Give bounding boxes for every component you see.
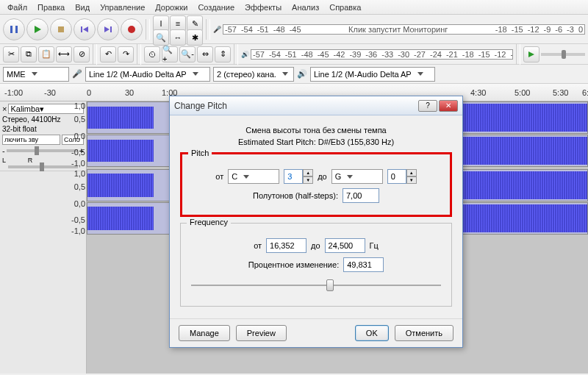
menu-help[interactable]: Справка	[325, 1, 365, 13]
zoom-out-button[interactable]: 🔍-	[179, 46, 196, 63]
menu-analyze[interactable]: Анализ	[287, 1, 323, 13]
menu-file[interactable]: Файл	[3, 1, 32, 13]
menu-tracks[interactable]: Дорожки	[151, 1, 192, 13]
to-octave-input[interactable]	[387, 169, 406, 184]
spin-up-icon[interactable]: ▲	[303, 169, 313, 176]
to-label: до	[318, 172, 327, 181]
menu-view[interactable]: Вид	[71, 1, 94, 13]
svg-rect-1	[15, 26, 18, 33]
play-at-speed-button[interactable]	[523, 46, 539, 63]
device-toolbar: MME 🎤 Line 1/2 (M-Audio Delta AP 2 (стер…	[0, 65, 588, 84]
record-button[interactable]	[121, 18, 143, 40]
pitch-group-title: Pitch	[188, 149, 212, 157]
menu-effects[interactable]: Эффекты	[240, 1, 286, 13]
pitch-group: Pitch от C ▲▼ до G ▲▼ Полутонов (half-st…	[180, 152, 452, 217]
fit-selection-button[interactable]: ⇔	[197, 46, 213, 63]
freq-from-input[interactable]	[266, 238, 306, 253]
stop-button[interactable]	[50, 18, 72, 40]
cut-button[interactable]: ✂	[3, 46, 19, 63]
halfsteps-input[interactable]	[343, 188, 379, 203]
svg-marker-6	[104, 26, 110, 32]
speaker-icon: 🔊	[297, 69, 307, 79]
sync-lock-button[interactable]: ⏲	[144, 46, 160, 63]
gain-slider[interactable]	[7, 149, 78, 152]
pan-slider[interactable]	[8, 165, 78, 168]
hz-label: Гц	[370, 241, 379, 250]
speaker-icon: 🔊	[241, 51, 249, 58]
from-note-combo[interactable]: C	[228, 169, 279, 184]
trim-button[interactable]: ⟷	[56, 46, 72, 63]
svg-rect-4	[81, 26, 82, 32]
menu-generate[interactable]: Создание	[193, 1, 239, 13]
spin-up-icon[interactable]: ▲	[406, 169, 417, 176]
silence-button[interactable]: ⊘	[74, 46, 90, 63]
freq-from-label: от	[254, 241, 262, 250]
dialog-titlebar[interactable]: Change Pitch ? ✕	[170, 96, 462, 115]
svg-rect-3	[58, 26, 64, 32]
svg-marker-5	[83, 26, 88, 32]
mute-button[interactable]: лючить зву	[2, 135, 60, 145]
undo-button[interactable]: ↶	[100, 46, 116, 63]
host-combo[interactable]: MME	[3, 67, 69, 82]
to-note-combo[interactable]: G	[331, 169, 383, 184]
skip-start-button[interactable]	[74, 18, 96, 40]
svg-rect-0	[10, 26, 12, 33]
ok-button[interactable]: OK	[355, 325, 389, 341]
from-label: от	[215, 172, 223, 181]
copy-button[interactable]: ⧉	[21, 46, 37, 63]
svg-marker-9	[528, 51, 534, 57]
svg-rect-7	[110, 26, 112, 32]
mic-icon: 🎤	[213, 26, 221, 33]
output-device-combo[interactable]: Line 1/2 (M-Audio Delta AP	[310, 67, 435, 82]
from-octave-input[interactable]	[284, 169, 303, 184]
play-speed-slider[interactable]	[541, 53, 585, 56]
menu-bar: Файл Правка Вид Управление Дорожки Созда…	[0, 0, 588, 15]
recording-meter[interactable]: -57-54-51-48-45 Клик запустит Мониторинг…	[223, 24, 585, 35]
frequency-group-title: Frequency	[187, 218, 231, 226]
freq-to-label: до	[311, 241, 320, 250]
frequency-group: Frequency от до Гц Процентное изменение:	[180, 223, 452, 307]
percent-slider[interactable]	[191, 278, 441, 293]
input-device-combo[interactable]: Line 1/2 (M-Audio Delta AP	[85, 67, 210, 82]
close-button[interactable]: ✕	[439, 100, 458, 112]
percent-change-input[interactable]	[343, 257, 384, 272]
transport-toolbar: I ≡ ✎ 🔍 ↔ ✱ 🎤 -57-54-51-48-45 Клик запус…	[0, 15, 588, 44]
percent-change-label: Процентное изменение:	[248, 260, 339, 269]
edit-toolbar: ✂ ⧉ 📋 ⟷ ⊘ ↶ ↷ ⏲ 🔍+ 🔍- ⇔ ⇕ 🔊 -57-54-51-48…	[0, 44, 588, 65]
track-close-button[interactable]: ×	[2, 104, 7, 113]
help-button[interactable]: ?	[418, 100, 437, 112]
manage-button[interactable]: Manage	[179, 325, 230, 341]
dialog-title: Change Pitch	[174, 101, 418, 111]
menu-edit[interactable]: Правка	[33, 1, 69, 13]
change-pitch-dialog: Change Pitch ? ✕ Смена высоты тона без с…	[169, 96, 463, 348]
fit-project-button[interactable]: ⇕	[215, 46, 231, 63]
pause-button[interactable]	[3, 18, 25, 40]
cancel-button[interactable]: Отменить	[395, 325, 453, 341]
spin-down-icon[interactable]: ▼	[303, 176, 313, 184]
skip-end-button[interactable]	[97, 18, 119, 40]
dialog-heading: Смена высоты тона без смены темпа	[180, 126, 452, 135]
timeshift-tool[interactable]: ↔	[170, 29, 186, 46]
svg-marker-2	[35, 26, 41, 33]
estimated-pitch-label: Estimated Start Pitch: D#/Eb3 (155,830 H…	[180, 138, 452, 146]
freq-to-input[interactable]	[325, 238, 365, 253]
zoom-in-button[interactable]: 🔍+	[162, 46, 178, 63]
preview-button[interactable]: Preview	[236, 325, 287, 341]
halfsteps-label: Полутонов (half-steps):	[253, 191, 338, 200]
play-button[interactable]	[26, 18, 49, 40]
menu-transport[interactable]: Управление	[96, 1, 149, 13]
channels-combo[interactable]: 2 (стерео) кана.	[213, 67, 294, 82]
playback-meter[interactable]: -57-54-51-48-45-42-39-36-33-30-27-24-21-…	[251, 49, 513, 60]
redo-button[interactable]: ↷	[118, 46, 134, 63]
mic-icon: 🎤	[72, 69, 82, 79]
zoom-tool[interactable]: 🔍	[153, 29, 169, 46]
spin-down-icon[interactable]: ▼	[406, 176, 417, 184]
svg-point-8	[128, 26, 135, 33]
multi-tool[interactable]: ✱	[187, 29, 203, 46]
paste-button[interactable]: 📋	[38, 46, 54, 63]
